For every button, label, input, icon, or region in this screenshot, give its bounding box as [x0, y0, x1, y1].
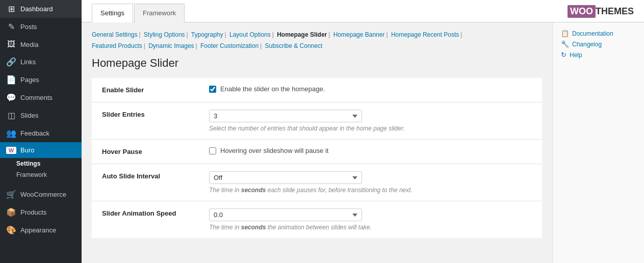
- comments-icon: 💬: [6, 93, 16, 102]
- help-link[interactable]: ↻ Help: [561, 51, 636, 59]
- sidebar-item-label: Feedback: [20, 129, 49, 137]
- documentation-link[interactable]: 📋 Documentation: [561, 30, 636, 37]
- field-label-auto-slide-interval: Auto Slide Interval: [92, 164, 204, 201]
- field-value-hover-pause: Hovering over slideshow will pause it: [204, 140, 542, 164]
- slides-icon: ◫: [6, 111, 16, 120]
- sidebar-item-label: Media: [20, 41, 38, 48]
- hover-pause-label: Hovering over slideshow will pause it: [220, 147, 328, 154]
- table-row: Hover Pause Hovering over slideshow will…: [92, 140, 542, 164]
- tabs: Settings Framework: [92, 3, 186, 22]
- enable-slider-checkbox[interactable]: [209, 86, 216, 93]
- breadcrumb-subscribe-connect[interactable]: Subscribe & Connect: [265, 42, 323, 49]
- sidebar-item-feedback[interactable]: 👥 Feedback: [0, 124, 82, 142]
- breadcrumb-homepage-recent-posts[interactable]: Homepage Recent Posts: [391, 31, 459, 38]
- sidebar-item-label: Dashboard: [20, 5, 53, 13]
- media-icon: 🖼: [6, 40, 16, 49]
- sidebar-sub-settings[interactable]: Settings: [0, 158, 82, 169]
- field-label-enable-slider: Enable Slider: [92, 78, 204, 102]
- field-value-auto-slide-interval: Off 1 2 3 4 5 The time in seconds each s…: [204, 164, 542, 201]
- breadcrumb-typography[interactable]: Typography: [191, 31, 223, 38]
- posts-icon: ✎: [6, 22, 16, 32]
- changelog-label: Changelog: [572, 41, 602, 48]
- breadcrumb-dynamic-images[interactable]: Dynamic Images: [148, 42, 194, 49]
- breadcrumb-homepage-banner[interactable]: Homepage Banner: [333, 31, 385, 38]
- help-icon: ↻: [561, 51, 566, 59]
- sidebar-item-label: Comments: [20, 94, 53, 101]
- sidebar-item-comments[interactable]: 💬 Comments: [0, 89, 82, 107]
- buro-icon: W: [6, 147, 16, 154]
- field-label-slider-entries: Slider Entries: [92, 102, 204, 140]
- changelog-link[interactable]: 🔧 Changelog: [561, 40, 636, 48]
- sidebar-item-products[interactable]: 📦 Products: [0, 203, 82, 221]
- content-sidebar: 📋 Documentation 🔧 Changelog ↻ Help: [552, 22, 644, 263]
- main-area: Settings Framework WOO THEMES General Se…: [82, 0, 644, 263]
- dashboard-icon: ⊞: [6, 4, 16, 14]
- documentation-icon: 📋: [561, 30, 569, 37]
- table-row: Enable Slider Enable the slider on the h…: [92, 78, 542, 102]
- slider-animation-speed-hint: The time in seconds the animation betwee…: [209, 224, 537, 231]
- sidebar-item-label: Buro: [20, 146, 34, 154]
- feedback-icon: 👥: [6, 128, 16, 138]
- themes-part: THEMES: [596, 6, 634, 17]
- sidebar-item-posts[interactable]: ✎ Posts: [0, 18, 82, 36]
- enable-slider-label: Enable the slider on the homepage.: [220, 85, 325, 93]
- settings-table: Enable Slider Enable the slider on the h…: [92, 78, 542, 238]
- content-area: General Settings| Styling Options| Typog…: [82, 22, 644, 263]
- slider-entries-hint: Select the number of entries that should…: [209, 125, 537, 132]
- sidebar-item-label: WooCommerce: [20, 191, 66, 198]
- sidebar-item-links[interactable]: 🔗 Links: [0, 53, 82, 71]
- products-icon: 📦: [6, 207, 16, 217]
- field-label-hover-pause: Hover Pause: [92, 140, 204, 164]
- field-value-enable-slider: Enable the slider on the homepage.: [204, 78, 542, 102]
- pages-icon: 📄: [6, 75, 16, 85]
- woo-themes-logo: WOO THEMES: [568, 5, 634, 22]
- sidebar-item-pages[interactable]: 📄 Pages: [0, 71, 82, 89]
- table-row: Slider Entries 1 2 3 4 5 Select the numb…: [92, 102, 542, 140]
- breadcrumb-featured-products[interactable]: Featured Products: [92, 42, 142, 49]
- sidebar-item-label: Links: [20, 58, 36, 66]
- sidebar-item-label: Pages: [20, 76, 39, 84]
- table-row: Auto Slide Interval Off 1 2 3 4 5 The ti…: [92, 164, 542, 201]
- sidebar-item-dashboard[interactable]: ⊞ Dashboard: [0, 0, 82, 18]
- breadcrumb: General Settings| Styling Options| Typog…: [92, 30, 542, 51]
- woo-part: WOO: [568, 5, 596, 18]
- sidebar-sub-framework[interactable]: Framework: [0, 169, 82, 180]
- sidebar-item-media[interactable]: 🖼 Media: [0, 36, 82, 53]
- slider-animation-speed-select[interactable]: 0.0 0.5 1.0 1.5 2.0: [209, 208, 362, 221]
- changelog-icon: 🔧: [561, 40, 569, 48]
- help-label: Help: [570, 51, 582, 59]
- page-title: Homepage Slider: [92, 57, 542, 70]
- tab-framework[interactable]: Framework: [134, 4, 185, 22]
- links-icon: 🔗: [6, 57, 16, 67]
- field-value-slider-animation-speed: 0.0 0.5 1.0 1.5 2.0 The time in seconds …: [204, 201, 542, 239]
- breadcrumb-footer-customization[interactable]: Footer Customization: [200, 42, 259, 49]
- tab-settings[interactable]: Settings: [92, 4, 133, 22]
- sidebar-item-label: Products: [20, 208, 46, 216]
- sidebar-item-woocommerce[interactable]: 🛒 WooCommerce: [0, 186, 82, 203]
- woocommerce-icon: 🛒: [6, 190, 16, 199]
- documentation-label: Documentation: [572, 30, 613, 37]
- table-row: Slider Animation Speed 0.0 0.5 1.0 1.5 2…: [92, 201, 542, 239]
- hover-pause-checkbox[interactable]: [209, 147, 216, 154]
- sidebar-item-label: Slides: [20, 112, 38, 119]
- field-label-slider-animation-speed: Slider Animation Speed: [92, 201, 204, 239]
- breadcrumb-layout-options[interactable]: Layout Options: [229, 31, 271, 38]
- auto-slide-interval-hint: The time in seconds each slide pauses fo…: [209, 187, 537, 194]
- auto-slide-interval-select[interactable]: Off 1 2 3 4 5: [209, 171, 362, 184]
- sidebar-item-appearance[interactable]: 🎨 Appearance: [0, 221, 82, 239]
- content-main: General Settings| Styling Options| Typog…: [82, 22, 552, 263]
- breadcrumb-general-settings[interactable]: General Settings: [92, 31, 137, 38]
- sidebar-item-buro[interactable]: W Buro: [0, 142, 82, 158]
- field-value-slider-entries: 1 2 3 4 5 Select the number of entries t…: [204, 102, 542, 140]
- sidebar: ⊞ Dashboard ✎ Posts 🖼 Media 🔗 Links 📄 Pa…: [0, 0, 82, 263]
- breadcrumb-current: Homepage Slider: [277, 31, 327, 38]
- sidebar-item-label: Appearance: [20, 226, 56, 234]
- top-bar: Settings Framework WOO THEMES: [82, 0, 644, 22]
- appearance-icon: 🎨: [6, 225, 16, 235]
- breadcrumb-styling-options[interactable]: Styling Options: [144, 31, 185, 38]
- sidebar-item-label: Posts: [20, 23, 37, 31]
- slider-entries-select[interactable]: 1 2 3 4 5: [209, 110, 362, 122]
- sidebar-item-slides[interactable]: ◫ Slides: [0, 107, 82, 124]
